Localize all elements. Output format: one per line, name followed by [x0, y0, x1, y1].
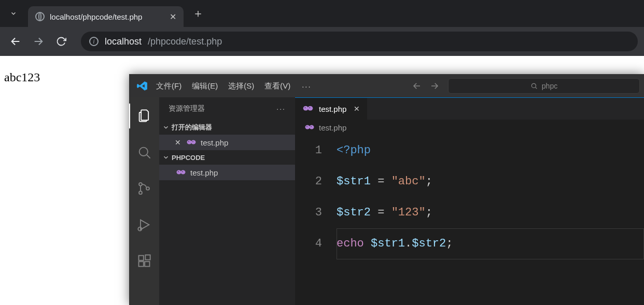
browser-toolbar: i localhost/phpcode/test.php	[0, 27, 644, 56]
svg-line-7	[147, 155, 150, 158]
svg-line-5	[536, 88, 537, 89]
explorer-title: 资源管理器	[169, 104, 205, 113]
close-icon[interactable]: ✕	[170, 12, 176, 22]
svg-point-8	[139, 183, 142, 186]
folder-file-item[interactable]: test.php	[159, 165, 295, 180]
editor-area: test.php ✕ test.php 1 2 3 4 <?php $str	[295, 97, 644, 305]
php-file-icon	[186, 138, 197, 147]
line-number: 3	[295, 197, 322, 228]
svg-point-10	[146, 187, 149, 190]
section-folder-label: PHPCODE	[172, 154, 205, 162]
svg-point-6	[139, 148, 148, 156]
svg-point-23	[178, 171, 179, 172]
history-forward-button[interactable]	[427, 79, 442, 93]
svg-point-25	[303, 106, 309, 111]
line-number: 4	[295, 228, 322, 259]
php-file-icon	[302, 104, 314, 113]
vscode-titlebar: 文件(F) 编辑(E) 选择(S) 查看(V) ··· phpc	[129, 75, 644, 97]
svg-point-29	[305, 125, 310, 129]
line-number: 2	[295, 166, 322, 197]
menu-more-button[interactable]: ···	[296, 75, 318, 97]
site-info-icon[interactable]: i	[89, 37, 99, 46]
svg-point-19	[188, 141, 189, 142]
menu-edit[interactable]: 编辑(E)	[187, 75, 223, 97]
page-output: abc123	[0, 66, 44, 89]
svg-point-30	[310, 125, 314, 129]
svg-point-20	[192, 141, 193, 142]
code-line[interactable]: $str1 = "abc";	[337, 166, 644, 197]
close-icon[interactable]: ✕	[174, 138, 182, 147]
svg-point-28	[309, 107, 310, 108]
menu-file[interactable]: 文件(F)	[151, 75, 187, 97]
explorer-header: 资源管理器 ···	[159, 97, 295, 120]
code-editor[interactable]: 1 2 3 4 <?php $str1 = "abc"; $str2 = "12…	[295, 135, 644, 305]
url-path: /phpcode/test.php	[148, 36, 222, 47]
breadcrumb-file: test.php	[319, 123, 346, 132]
back-button[interactable]	[6, 32, 25, 51]
svg-rect-15	[145, 262, 149, 266]
menu-view[interactable]: 查看(V)	[259, 75, 296, 97]
explorer-sidebar: 资源管理器 ··· 打开的编辑器 ✕ test.php PHPCODE test…	[159, 97, 295, 305]
breadcrumb[interactable]: test.php	[295, 120, 644, 135]
tab-dropdown-button[interactable]	[4, 4, 23, 23]
browser-tab[interactable]: localhost/phpcode/test.php ✕	[28, 6, 184, 27]
close-icon[interactable]: ✕	[354, 105, 360, 113]
svg-point-21	[177, 170, 181, 174]
globe-icon	[35, 12, 45, 21]
activity-search[interactable]	[129, 140, 159, 165]
browser-tabstrip: localhost/phpcode/test.php ✕ ＋	[0, 0, 644, 27]
command-center-search[interactable]: phpc	[448, 78, 640, 94]
svg-point-24	[182, 171, 183, 172]
activity-source-control[interactable]	[129, 176, 159, 201]
address-bar[interactable]: i localhost/phpcode/test.php	[81, 32, 638, 51]
activity-extensions[interactable]	[129, 249, 159, 273]
chevron-down-icon	[162, 124, 170, 131]
svg-point-22	[181, 170, 186, 174]
tab-title: localhost/phpcode/test.php	[50, 12, 164, 21]
editor-tabs: test.php ✕	[295, 98, 644, 120]
reload-button[interactable]	[52, 32, 71, 51]
section-folder[interactable]: PHPCODE	[159, 150, 295, 165]
svg-rect-13	[139, 256, 144, 260]
svg-point-26	[307, 106, 313, 111]
editor-tab-label: test.php	[319, 105, 346, 113]
command-center-text: phpc	[542, 82, 557, 90]
menu-select[interactable]: 选择(S)	[223, 75, 259, 97]
svg-point-4	[531, 83, 536, 88]
explorer-more-button[interactable]: ···	[276, 105, 286, 113]
svg-rect-16	[145, 255, 150, 259]
open-editor-item[interactable]: ✕ test.php	[159, 135, 295, 150]
url-host: localhost	[105, 36, 142, 47]
svg-rect-14	[139, 262, 144, 266]
history-back-button[interactable]	[410, 79, 424, 93]
vscode-logo-icon	[133, 80, 151, 92]
new-tab-button[interactable]: ＋	[190, 5, 206, 22]
activity-run-debug[interactable]	[129, 212, 159, 237]
code-line[interactable]: <?php	[337, 135, 644, 166]
vscode-window: 文件(F) 编辑(E) 选择(S) 查看(V) ··· phpc	[129, 74, 644, 305]
code-line[interactable]: echo $str1.$str2;	[337, 228, 644, 259]
chevron-down-icon	[162, 154, 170, 161]
editor-tab[interactable]: test.php ✕	[295, 98, 368, 120]
open-editor-filename: test.php	[201, 138, 228, 147]
php-file-icon	[176, 168, 186, 177]
activity-explorer[interactable]	[129, 104, 159, 128]
php-file-icon	[304, 123, 315, 132]
line-gutter: 1 2 3 4	[295, 135, 337, 305]
svg-point-18	[191, 140, 196, 144]
folder-file-name: test.php	[190, 168, 218, 177]
svg-point-9	[139, 191, 142, 194]
svg-point-27	[305, 107, 306, 108]
code-line[interactable]: $str2 = "123";	[337, 197, 644, 228]
activity-bar	[129, 97, 159, 305]
svg-point-32	[311, 126, 312, 127]
code-lines[interactable]: <?php $str1 = "abc"; $str2 = "123"; echo…	[337, 135, 644, 305]
section-open-editors-label: 打开的编辑器	[172, 123, 212, 132]
svg-point-17	[187, 140, 192, 144]
line-number: 1	[295, 135, 322, 166]
section-open-editors[interactable]: 打开的编辑器	[159, 120, 295, 135]
svg-point-31	[306, 126, 307, 127]
forward-button[interactable]	[29, 32, 48, 51]
